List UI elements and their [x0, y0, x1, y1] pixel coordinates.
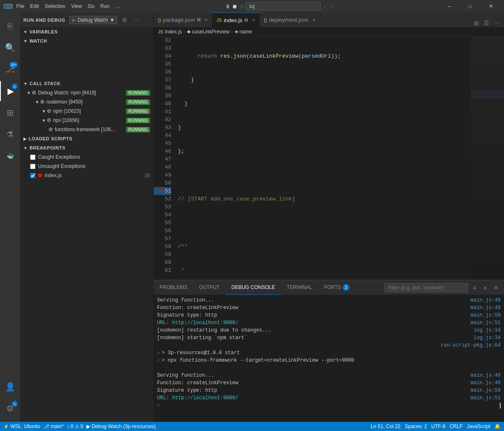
tab-index-js[interactable]: JS index.js M ✕	[212, 13, 259, 27]
call-stack-section-header[interactable]: ▼ CALL STACK	[20, 79, 153, 88]
line-ending[interactable]: CRLF	[450, 423, 463, 429]
activity-item-source-control[interactable]: ⎇ 1k+	[0, 59, 20, 79]
code-content[interactable]: return res.json(caseLinkPreview(parsedUr…	[175, 36, 471, 280]
call-stack-item-nodemon[interactable]: ▼ ⚙ nodemon [9450] RUNNING	[20, 97, 153, 106]
debug-stop-icon[interactable]: ⏹	[232, 3, 238, 10]
activity-item-extensions[interactable]: ⊞	[0, 103, 20, 123]
variables-chevron-icon: ▼	[23, 30, 28, 34]
breakpoints-section-header[interactable]: ▼ BREAKPOINTS	[20, 143, 153, 152]
tab-close-button[interactable]: ✕	[252, 18, 255, 23]
tab-package-json[interactable]: {} package.json M ✕	[154, 13, 212, 27]
branch-indicator[interactable]: ⎇ main*	[43, 423, 63, 429]
nav-back-icon[interactable]: ←	[322, 3, 327, 9]
debug-settings-button[interactable]: ⚙	[120, 15, 129, 25]
activity-item-explorer[interactable]: ⎘	[0, 16, 20, 36]
debug-config-select[interactable]: ▶ Debug Watch ▼	[69, 16, 117, 24]
console-source-link[interactable]: main.js:51	[471, 319, 501, 327]
remote-indicator[interactable]: ⚡ WSL: Ubuntu	[3, 423, 40, 429]
close-button[interactable]: ✕	[481, 0, 501, 13]
caught-exceptions-checkbox[interactable]	[30, 155, 35, 160]
call-stack-item-npx[interactable]: ▼ ⚙ npx [10656] RUNNING	[20, 116, 153, 125]
console-source-link[interactable]: main.js:50	[471, 387, 501, 394]
tab-debug-console[interactable]: DEBUG CONSOLE	[225, 280, 281, 295]
console-source-link[interactable]: main.js:48	[471, 372, 501, 379]
line-num-38: 38	[154, 84, 171, 92]
console-source-link[interactable]: log.js:34	[474, 327, 501, 334]
watch-section-header[interactable]: ▼ WATCH	[20, 36, 153, 46]
notifications[interactable]: 🔔	[494, 423, 501, 429]
maximize-button[interactable]: □	[461, 0, 480, 13]
index-js-checkbox[interactable]	[30, 173, 35, 178]
line-num-34: 34	[154, 52, 171, 60]
indentation[interactable]: Spaces: 2	[405, 423, 427, 429]
language-mode[interactable]: JavaScript	[467, 423, 490, 429]
menu-edit[interactable]: Edit	[30, 3, 39, 9]
debug-more-button[interactable]: ···	[132, 15, 141, 25]
console-text: Function: createLinkPreview	[157, 379, 238, 387]
tab-close-button[interactable]: ✕	[312, 18, 316, 22]
call-stack-item-npm[interactable]: ▼ ⚙ npm [10623] RUNNING	[20, 106, 153, 116]
menu-file[interactable]: File	[16, 3, 24, 9]
console-line-6: [nodemon] starting `npm start` log.js:34	[154, 334, 504, 342]
debug-config-indicator[interactable]: ▶ Debug Watch (3p-resources)	[86, 423, 156, 429]
line-num-61: 61	[154, 266, 171, 274]
tab-deployment-json[interactable]: {} deployment.json ✕	[260, 13, 320, 27]
toggle-list-view-button[interactable]: ≡	[470, 283, 479, 292]
tab-label: package.json	[163, 17, 195, 23]
breadcrumb-file[interactable]: index.js	[165, 29, 182, 35]
more-actions-button[interactable]: ···	[492, 19, 501, 27]
window-controls: ─ □ ✕	[440, 0, 501, 13]
menu-more[interactable]: ...	[115, 3, 119, 9]
uncaught-exceptions-checkbox[interactable]	[30, 164, 35, 169]
console-source-link[interactable]: run-script-pkg.js:64	[441, 342, 501, 349]
debug-pause-icon[interactable]: ⏸	[225, 3, 230, 10]
tab-close-button[interactable]: ✕	[204, 18, 208, 22]
loaded-scripts-header[interactable]: ▶ LOADED SCRIPTS	[20, 134, 153, 143]
tab-ports[interactable]: PORTS 2	[318, 280, 355, 295]
console-source-link[interactable]: log.js:34	[474, 334, 501, 342]
breakpoint-gutter-dot: ●	[161, 187, 164, 195]
breadcrumb-symbol[interactable]: name	[240, 29, 252, 35]
tab-output-label: OUTPUT	[199, 284, 220, 290]
sync-indicator[interactable]: ↕ 0 ⚠ 0	[67, 423, 83, 429]
debug-console-filter[interactable]	[385, 283, 468, 292]
tab-output[interactable]: OUTPUT	[193, 280, 225, 295]
minimize-button[interactable]: ─	[440, 0, 459, 13]
console-source-link[interactable]: main.js:49	[471, 304, 501, 312]
menu-go[interactable]: Go	[88, 3, 94, 9]
code-editor[interactable]: 32 33 34 35 36 37 38 39 40 41 42 43 44 4…	[154, 36, 471, 280]
menu-run[interactable]: Run	[100, 3, 109, 9]
activity-item-account[interactable]: 👤	[0, 377, 20, 397]
console-source-link[interactable]: main.js:48	[471, 297, 501, 304]
breakpoints-section-label: BREAKPOINTS	[29, 145, 65, 150]
call-stack-item-functions-framework[interactable]: ⚙ functions-framework [106... RUNNING	[20, 125, 153, 134]
split-editor-button[interactable]: ⊞	[472, 19, 481, 27]
activity-item-test[interactable]: ⚗	[0, 124, 20, 145]
encoding[interactable]: UTF-8	[431, 423, 446, 429]
line-num-40: 40	[154, 100, 171, 108]
activity-item-settings[interactable]: ⚙ 1	[0, 398, 20, 418]
console-cursor-line[interactable]: ›	[154, 402, 504, 409]
nav-forward-icon[interactable]: →	[329, 3, 334, 9]
activity-item-docker[interactable]: 🐳	[0, 146, 20, 166]
tab-problems[interactable]: PROBLEMS	[154, 280, 193, 295]
variables-section-header[interactable]: ▼ VARIABLES	[20, 27, 153, 36]
toggle-panel-button[interactable]: ☰	[482, 19, 491, 27]
activity-item-search[interactable]: 🔍	[0, 38, 20, 58]
collapse-button[interactable]: ∧	[481, 283, 490, 292]
line-num-52: 52	[154, 195, 171, 203]
menu-view[interactable]: View	[71, 3, 82, 9]
close-panel-button[interactable]: ✕	[491, 283, 501, 292]
command-palette-input[interactable]	[246, 2, 321, 10]
console-source-link[interactable]: main.js:50	[471, 312, 501, 319]
activity-item-run-debug[interactable]: ▶ 1	[0, 81, 20, 101]
cursor-position[interactable]: Ln 51, Col 22	[371, 423, 400, 429]
debug-restart-icon[interactable]: ↺	[239, 3, 244, 10]
call-stack-item-debug-watch[interactable]: ▼ ⚙ Debug Watch: npm [9419] RUNNING	[20, 88, 153, 97]
breakpoint-dot-icon	[38, 173, 42, 177]
menu-selection[interactable]: Selection	[45, 3, 65, 9]
console-source-link[interactable]: main.js:49	[471, 379, 501, 387]
tab-terminal[interactable]: TERMINAL	[281, 280, 318, 295]
console-source-link[interactable]: main.js:51	[471, 394, 501, 402]
breadcrumb-function[interactable]: caseLinkPreview	[192, 29, 230, 35]
